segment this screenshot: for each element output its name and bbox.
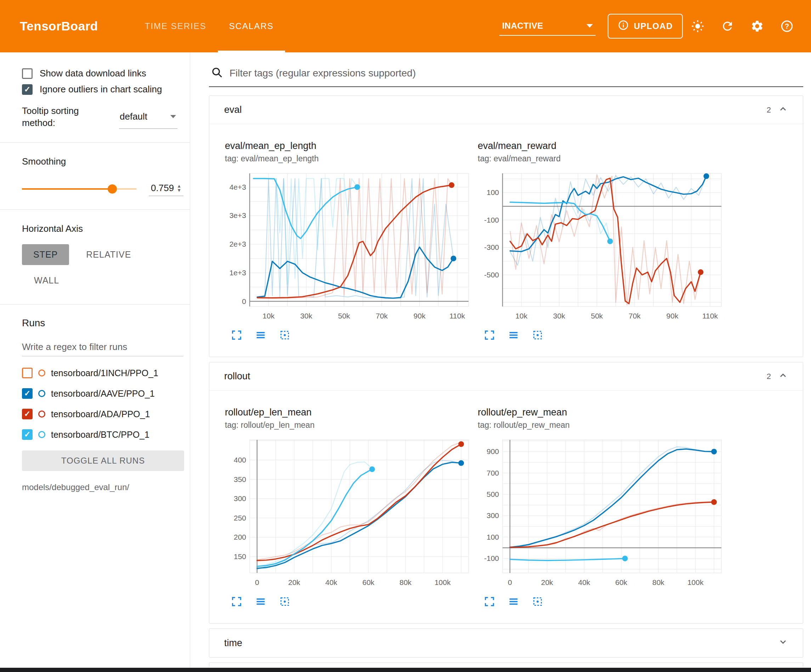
line-chart[interactable]: 10k30k50k70k90k110k01e+32e+33e+34e+3 [225, 168, 470, 323]
smoothing-slider-thumb[interactable] [108, 185, 117, 193]
chart-plot[interactable]: 020k40k60k80k100k-100100300500700900 [478, 434, 723, 591]
log-scale-icon[interactable] [253, 594, 268, 609]
show-download-links-checkbox[interactable] [22, 68, 32, 79]
section-charts: rollout/ep_len_mean tag: rollout/ep_len_… [209, 391, 803, 623]
upload-button[interactable]: UPLOAD [608, 14, 683, 39]
log-scale-icon[interactable] [253, 328, 268, 342]
run-checkbox[interactable]: ✓ [22, 388, 32, 399]
smoothing-value-field[interactable]: 0.759 ▲▼ [149, 182, 183, 196]
next-section-edge [209, 662, 803, 667]
svg-text:90k: 90k [414, 312, 426, 320]
main-tabs: TIME SERIES SCALARS [134, 0, 285, 52]
chart-toolbar [478, 328, 723, 342]
section-eval: eval 2 eval/mean_ep_length tag: eval/mea… [209, 96, 803, 357]
svg-text:100k: 100k [434, 578, 451, 586]
svg-text:50k: 50k [591, 312, 603, 320]
svg-text:40k: 40k [325, 578, 337, 586]
svg-text:300: 300 [234, 494, 246, 503]
help-icon[interactable]: ? [772, 11, 802, 41]
section-title: time [224, 638, 242, 648]
svg-text:4e+3: 4e+3 [229, 183, 246, 191]
svg-text:300: 300 [487, 511, 499, 520]
chart-tag: tag: eval/mean_ep_length [225, 154, 470, 164]
tab-scalars[interactable]: SCALARS [218, 0, 285, 52]
chart-title: eval/mean_reward [478, 140, 723, 152]
fit-domain-icon[interactable] [277, 594, 292, 609]
fit-domain-icon[interactable] [530, 328, 545, 342]
brightness-icon[interactable] [683, 11, 713, 41]
section-charts: eval/mean_ep_length tag: eval/mean_ep_le… [209, 124, 803, 357]
expand-icon[interactable] [229, 594, 244, 609]
svg-text:90k: 90k [667, 312, 679, 320]
run-checkbox[interactable]: ✓ [22, 409, 32, 419]
runs-filter-input[interactable] [22, 339, 183, 356]
section-header-rollout[interactable]: rollout 2 [209, 362, 803, 391]
chart-title: rollout/ep_rew_mean [478, 406, 723, 418]
svg-text:900: 900 [487, 447, 499, 455]
smoothing-label: Smoothing [22, 156, 183, 167]
expand-icon[interactable] [482, 328, 497, 342]
axis-relative-button[interactable]: RELATIVE [86, 244, 131, 265]
chart-plot[interactable]: 10k30k50k70k90k110k01e+32e+33e+34e+3 [225, 168, 470, 325]
tooltip-sorting-value: default [120, 111, 147, 122]
run-row[interactable]: ✓ tensorboard/ADA/PPO_1 [22, 404, 183, 424]
section-rollout: rollout 2 rollout/ep_len_mean tag: rollo… [209, 362, 803, 623]
tooltip-sorting-select[interactable]: default [119, 106, 177, 129]
chart-tag: tag: rollout/ep_len_mean [225, 420, 470, 430]
line-chart[interactable]: 10k30k50k70k90k110k-500-300-100100 [478, 168, 723, 323]
smoothing-slider[interactable] [22, 188, 137, 190]
run-color-ring [38, 410, 45, 418]
ignore-outliers-checkbox[interactable] [22, 84, 32, 95]
run-checkbox[interactable]: ✓ [22, 429, 32, 440]
chevron-up-icon[interactable] [778, 371, 788, 383]
svg-text:30k: 30k [553, 312, 565, 320]
status-dropdown[interactable]: INACTIVE [499, 17, 596, 36]
toggle-all-runs-button[interactable]: TOGGLE ALL RUNS [22, 450, 184, 471]
settings-gear-icon[interactable] [742, 11, 772, 41]
run-checkbox[interactable] [22, 368, 32, 378]
chart-toolbar [225, 328, 470, 342]
section-count: 2 [767, 105, 771, 115]
chevron-down-icon[interactable] [778, 637, 788, 649]
run-label: tensorboard/AAVE/PPO_1 [51, 389, 155, 399]
tab-time-series[interactable]: TIME SERIES [134, 0, 218, 52]
run-row[interactable]: ✓ tensorboard/BTC/PPO_1 [22, 424, 183, 445]
svg-text:70k: 70k [376, 312, 388, 320]
fit-domain-icon[interactable] [530, 594, 545, 609]
axis-wall-button[interactable]: WALL [34, 270, 59, 291]
svg-text:0: 0 [255, 578, 259, 586]
tag-filter-input[interactable] [229, 68, 802, 79]
section-header-time[interactable]: time [209, 629, 803, 657]
horizontal-axis-buttons: STEP RELATIVE [22, 244, 183, 265]
axis-step-button[interactable]: STEP [22, 244, 69, 265]
smoothing-value: 0.759 [151, 183, 174, 193]
line-chart[interactable]: 020k40k60k80k100k150200250300350400 [225, 434, 470, 590]
chart-title: eval/mean_ep_length [225, 140, 470, 152]
svg-text:70k: 70k [629, 312, 641, 320]
line-chart[interactable]: 020k40k60k80k100k-100100300500700900 [478, 434, 723, 590]
fit-domain-icon[interactable] [277, 328, 292, 342]
section-title: eval [224, 104, 242, 115]
svg-text:110k: 110k [450, 312, 465, 320]
log-scale-icon[interactable] [506, 328, 521, 342]
svg-text:2e+3: 2e+3 [229, 240, 246, 248]
horizontal-axis-label: Horizontal Axis [22, 223, 183, 234]
chevron-up-icon[interactable] [778, 104, 788, 116]
app-title: TensorBoard [20, 0, 98, 52]
expand-icon[interactable] [482, 594, 497, 609]
runs-section-title: Runs [22, 317, 183, 329]
svg-text:-100: -100 [484, 554, 499, 562]
svg-text:10k: 10k [263, 312, 275, 320]
stepper-arrows-icon[interactable]: ▲▼ [177, 184, 182, 193]
chart-plot[interactable]: 10k30k50k70k90k110k-500-300-100100 [478, 168, 723, 325]
tooltip-sorting-label: Tooltip sorting method: [22, 105, 110, 129]
section-header-eval[interactable]: eval 2 [209, 96, 803, 124]
run-row[interactable]: tensorboard/1INCH/PPO_1 [22, 363, 183, 383]
expand-icon[interactable] [229, 328, 244, 342]
chart-plot[interactable]: 020k40k60k80k100k150200250300350400 [225, 434, 470, 591]
run-row[interactable]: ✓ tensorboard/AAVE/PPO_1 [22, 383, 183, 404]
refresh-icon[interactable] [713, 11, 742, 41]
log-scale-icon[interactable] [506, 594, 521, 609]
svg-text:80k: 80k [399, 578, 412, 586]
chart-card: eval/mean_reward tag: eval/mean_reward 1… [478, 140, 723, 342]
